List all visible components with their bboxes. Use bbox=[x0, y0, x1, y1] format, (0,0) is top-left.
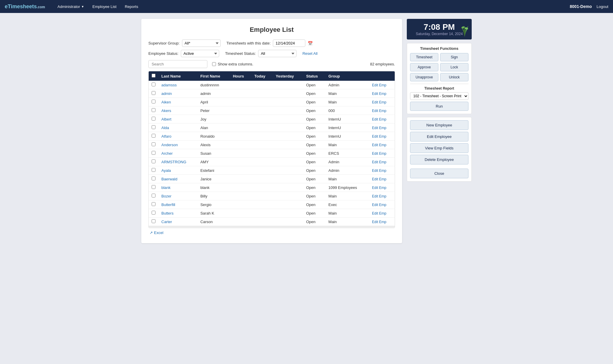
sign-button[interactable]: Sign bbox=[440, 53, 468, 61]
cell-edit[interactable]: Edit Emp bbox=[369, 175, 395, 183]
timesheet-status-select[interactable]: All Open Approved Locked bbox=[258, 50, 296, 57]
row-checkbox[interactable] bbox=[152, 177, 155, 180]
row-checkbox[interactable] bbox=[152, 168, 155, 172]
row-checkbox-cell[interactable] bbox=[149, 183, 158, 192]
edit-emp-link[interactable]: Edit Emp bbox=[372, 126, 386, 130]
edit-emp-link[interactable]: Edit Emp bbox=[372, 143, 386, 147]
edit-emp-link[interactable]: Edit Emp bbox=[372, 83, 386, 87]
row-checkbox[interactable] bbox=[152, 185, 155, 189]
employee-status-select[interactable]: Active Inactive All bbox=[181, 50, 219, 57]
timesheets-date-input[interactable] bbox=[273, 39, 305, 47]
cell-edit[interactable]: Edit Emp bbox=[369, 183, 395, 192]
row-checkbox-cell[interactable] bbox=[149, 209, 158, 218]
supervisor-group-select[interactable]: All* Admin Main ERCS InternU 000 Exec 10… bbox=[182, 39, 221, 47]
extra-columns-checkbox[interactable] bbox=[212, 62, 216, 66]
cell-edit[interactable]: Edit Emp bbox=[369, 115, 395, 123]
edit-emp-link[interactable]: Edit Emp bbox=[372, 186, 386, 190]
edit-employee-button[interactable]: Edit Employee bbox=[410, 132, 468, 141]
extra-columns-checkbox-label[interactable]: Show extra columns. bbox=[212, 62, 253, 66]
cell-edit[interactable]: Edit Emp bbox=[369, 123, 395, 132]
calendar-icon[interactable]: 📅 bbox=[308, 41, 313, 46]
row-checkbox[interactable] bbox=[152, 117, 155, 121]
row-checkbox[interactable] bbox=[152, 159, 155, 163]
employee-last-name-link[interactable]: Baerwald bbox=[161, 177, 177, 181]
delete-employee-button[interactable]: Delete Employee bbox=[410, 155, 468, 164]
row-checkbox-cell[interactable] bbox=[149, 106, 158, 115]
edit-emp-link[interactable]: Edit Emp bbox=[372, 203, 386, 207]
run-report-button[interactable]: Run bbox=[410, 102, 468, 111]
row-checkbox[interactable] bbox=[152, 219, 155, 223]
cell-edit[interactable]: Edit Emp bbox=[369, 106, 395, 115]
edit-emp-link[interactable]: Edit Emp bbox=[372, 194, 386, 198]
row-checkbox-cell[interactable] bbox=[149, 175, 158, 183]
row-checkbox-cell[interactable] bbox=[149, 149, 158, 158]
row-checkbox-cell[interactable] bbox=[149, 218, 158, 226]
cell-edit[interactable]: Edit Emp bbox=[369, 200, 395, 209]
edit-emp-link[interactable]: Edit Emp bbox=[372, 169, 386, 173]
reset-all-link[interactable]: Reset All bbox=[302, 51, 317, 56]
employee-last-name-link[interactable]: Bozer bbox=[161, 194, 171, 198]
employee-last-name-link[interactable]: Butterfill bbox=[161, 202, 175, 207]
nav-reports[interactable]: Reports bbox=[121, 3, 142, 11]
employee-last-name-link[interactable]: admin bbox=[161, 91, 172, 96]
employee-last-name-link[interactable]: blank bbox=[161, 185, 171, 190]
row-checkbox-cell[interactable] bbox=[149, 81, 158, 89]
lock-button[interactable]: Lock bbox=[440, 63, 468, 71]
edit-emp-link[interactable]: Edit Emp bbox=[372, 211, 386, 215]
view-emp-fields-button[interactable]: View Emp Fields bbox=[410, 143, 468, 153]
excel-export-button[interactable]: ↗ Excel bbox=[150, 230, 163, 235]
employee-last-name-link[interactable]: Akers bbox=[161, 108, 171, 113]
edit-emp-link[interactable]: Edit Emp bbox=[372, 117, 386, 121]
row-checkbox[interactable] bbox=[152, 202, 155, 206]
row-checkbox-cell[interactable] bbox=[149, 115, 158, 123]
select-all-header[interactable] bbox=[149, 71, 158, 81]
edit-emp-link[interactable]: Edit Emp bbox=[372, 109, 386, 113]
employee-last-name-link[interactable]: Aiken bbox=[161, 100, 171, 104]
employee-last-name-link[interactable]: ARMSTRONG bbox=[161, 160, 186, 164]
employee-last-name-link[interactable]: Butters bbox=[161, 211, 173, 215]
row-checkbox[interactable] bbox=[152, 100, 155, 103]
select-all-checkbox[interactable] bbox=[152, 74, 155, 78]
row-checkbox-cell[interactable] bbox=[149, 123, 158, 132]
cell-edit[interactable]: Edit Emp bbox=[369, 132, 395, 141]
nav-administrator[interactable]: Administrator ▼ bbox=[54, 3, 88, 11]
close-button[interactable]: Close bbox=[410, 169, 468, 178]
edit-emp-link[interactable]: Edit Emp bbox=[372, 160, 386, 164]
row-checkbox-cell[interactable] bbox=[149, 166, 158, 175]
report-select[interactable]: 102 - Timesheet - Screen Print 103 - Tim… bbox=[410, 92, 468, 100]
edit-emp-link[interactable]: Edit Emp bbox=[372, 134, 386, 139]
row-checkbox-cell[interactable] bbox=[149, 89, 158, 98]
employee-last-name-link[interactable]: Alda bbox=[161, 126, 169, 130]
cell-edit[interactable]: Edit Emp bbox=[369, 218, 395, 226]
cell-edit[interactable]: Edit Emp bbox=[369, 141, 395, 149]
row-checkbox[interactable] bbox=[152, 151, 155, 155]
employee-last-name-link[interactable]: Alfaro bbox=[161, 134, 171, 139]
cell-edit[interactable]: Edit Emp bbox=[369, 149, 395, 158]
employee-last-name-link[interactable]: Anderson bbox=[161, 143, 178, 147]
row-checkbox[interactable] bbox=[152, 83, 155, 86]
row-checkbox[interactable] bbox=[152, 194, 155, 197]
unlock-button[interactable]: Unlock bbox=[440, 73, 468, 81]
approve-button[interactable]: Approve bbox=[410, 63, 438, 71]
cell-edit[interactable]: Edit Emp bbox=[369, 166, 395, 175]
new-employee-button[interactable]: New Employee bbox=[410, 120, 468, 130]
edit-emp-link[interactable]: Edit Emp bbox=[372, 92, 386, 96]
row-checkbox-cell[interactable] bbox=[149, 192, 158, 200]
nav-employee-list[interactable]: Employee List bbox=[89, 3, 120, 11]
search-input[interactable] bbox=[148, 60, 207, 68]
cell-edit[interactable]: Edit Emp bbox=[369, 98, 395, 106]
row-checkbox-cell[interactable] bbox=[149, 200, 158, 209]
unapprove-button[interactable]: Unapprove bbox=[410, 73, 438, 81]
timesheet-button[interactable]: Timesheet bbox=[410, 53, 438, 61]
row-checkbox-cell[interactable] bbox=[149, 98, 158, 106]
cell-edit[interactable]: Edit Emp bbox=[369, 89, 395, 98]
cell-edit[interactable]: Edit Emp bbox=[369, 158, 395, 166]
row-checkbox-cell[interactable] bbox=[149, 141, 158, 149]
logout-button[interactable]: Logout bbox=[596, 4, 608, 9]
row-checkbox[interactable] bbox=[152, 211, 155, 215]
row-checkbox[interactable] bbox=[152, 134, 155, 138]
employee-last-name-link[interactable]: Archer bbox=[161, 151, 173, 156]
cell-edit[interactable]: Edit Emp bbox=[369, 192, 395, 200]
edit-emp-link[interactable]: Edit Emp bbox=[372, 100, 386, 104]
employee-last-name-link[interactable]: Albert bbox=[161, 117, 171, 121]
